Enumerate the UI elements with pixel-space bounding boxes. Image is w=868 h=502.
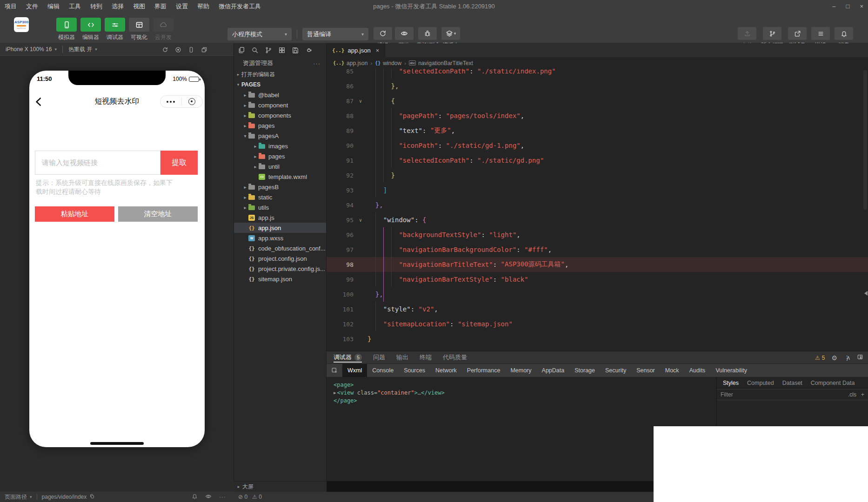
dom-node-0[interactable]: <page>: [334, 381, 716, 389]
sim-windows-button[interactable]: [201, 46, 207, 53]
styles-tab-Styles[interactable]: Styles: [719, 377, 743, 389]
copy-icon[interactable]: [89, 494, 95, 501]
tree-item-images[interactable]: ▸images: [234, 141, 326, 151]
code-line-91[interactable]: 91 "selectedIconPath": "./static/gd.png": [327, 153, 868, 168]
errors-count[interactable]: ⊘ 0: [238, 494, 247, 500]
styles-tab-Dataset[interactable]: Dataset: [778, 377, 807, 389]
styles-tab-Component-Data[interactable]: Component Data: [807, 377, 859, 389]
maximize-button[interactable]: □: [846, 3, 850, 10]
editor-scrollbar[interactable]: [863, 70, 867, 210]
devtools-tab-AppData[interactable]: AppData: [537, 364, 570, 377]
devtools-tab-Vulnerability[interactable]: Vulnerability: [710, 364, 752, 377]
code-line-95[interactable]: 95∨ "window": {: [327, 212, 868, 227]
menu-item-转到[interactable]: 转到: [86, 0, 107, 13]
cls-toggle[interactable]: .cls: [848, 391, 856, 398]
minimize-button[interactable]: –: [832, 3, 835, 10]
tree-item-components[interactable]: ▸components: [234, 110, 326, 120]
tree-item-component[interactable]: ▸component: [234, 100, 326, 110]
tree-item-utils[interactable]: ▸utils: [234, 202, 326, 212]
tree-item-project.config.json[interactable]: {}project.config.json: [234, 253, 326, 264]
warnings-badge[interactable]: ⚠ 5: [815, 355, 825, 361]
menu-item-选择[interactable]: 选择: [107, 0, 128, 13]
tree-item-template.wxml[interactable]: <>template.wxml: [234, 172, 326, 182]
explorer-save-button[interactable]: [292, 46, 299, 54]
devtools-tab-Mock[interactable]: Mock: [660, 364, 684, 377]
dom-node-2[interactable]: </page>: [334, 396, 716, 404]
explorer-pot-button[interactable]: [305, 46, 313, 54]
video-url-input[interactable]: 请输入短视频链接: [35, 151, 160, 175]
debugger-tab-输出[interactable]: 输出: [396, 351, 408, 363]
explorer-branch-button[interactable]: [265, 46, 272, 54]
code-line-102[interactable]: 102 "sitemapLocation": "sitemap.json": [327, 317, 868, 331]
tree-item-pages[interactable]: ▸pages: [234, 120, 326, 131]
tab-app-json[interactable]: {..} app.json ×: [327, 43, 385, 57]
code-line-100[interactable]: 100 },: [327, 287, 868, 302]
tree-item-pages[interactable]: ▸pages: [234, 151, 326, 161]
more-icon[interactable]: ···: [219, 494, 226, 500]
kebab-menu-icon[interactable]: ⋮: [844, 354, 850, 362]
tree-item-app.json[interactable]: {}app.json: [234, 223, 326, 233]
compile-select[interactable]: 普通编译▾: [302, 28, 368, 40]
close-minipro-button[interactable]: [182, 96, 203, 107]
tree-item-static[interactable]: ▸static: [234, 192, 326, 202]
toggle-cloud-button[interactable]: 云开发: [153, 18, 174, 41]
code-line-101[interactable]: 101 "style": "v2",: [327, 302, 868, 317]
more-icon[interactable]: ···: [313, 60, 320, 67]
extract-button[interactable]: 提取: [160, 151, 198, 175]
debugger-tab-终端[interactable]: 终端: [420, 351, 432, 363]
open-editors-section[interactable]: ▸ 打开的编辑器: [234, 69, 326, 79]
tree-item-pagesB[interactable]: ▸pagesB: [234, 182, 326, 192]
menu-item-微信开发者工具[interactable]: 微信开发者工具: [214, 0, 266, 13]
code-line-96[interactable]: 96 "backgroundTextStyle": "light",: [327, 227, 868, 242]
devtools-tab-Network[interactable]: Network: [430, 364, 462, 377]
tree-item-app.js[interactable]: JSapp.js: [234, 212, 326, 223]
toggle-code-button[interactable]: 编辑器: [80, 18, 101, 41]
close-button[interactable]: ×: [860, 3, 863, 10]
breadcrumb-item-app.json[interactable]: {..}app.json: [333, 60, 367, 66]
warnings-count[interactable]: ⚠ 0: [252, 494, 262, 500]
mode-select[interactable]: 小程序模式▾: [227, 28, 292, 40]
devtools-tab-Memory[interactable]: Memory: [505, 364, 536, 377]
toggle-layout-button[interactable]: 可视化: [129, 18, 149, 41]
tree-item-@babel[interactable]: ▸@babel: [234, 90, 326, 100]
sim-restart-button[interactable]: [162, 46, 168, 53]
debugger-tab-调试器[interactable]: 调试器5: [334, 351, 362, 363]
code-line-98[interactable]: 98 "navigationBarTitleText": "ASP300源码工具…: [327, 257, 868, 272]
page-path-label[interactable]: 页面路径: [5, 493, 27, 501]
tree-item-pagesA[interactable]: ▾pagesA: [234, 131, 326, 141]
bigscreen-section[interactable]: ▸ 大屏: [234, 481, 326, 492]
menu-item-文件[interactable]: 文件: [21, 0, 43, 13]
debugger-tab-问题[interactable]: 问题: [373, 351, 385, 363]
code-line-99[interactable]: 99 "navigationBarTextStyle": "black": [327, 272, 868, 287]
code-line-86[interactable]: 86 },: [327, 79, 868, 93]
devtools-tab-Security[interactable]: Security: [600, 364, 631, 377]
explorer-files-button[interactable]: [238, 46, 245, 54]
eye-icon[interactable]: [205, 493, 212, 501]
tree-item-until[interactable]: ▸until: [234, 161, 326, 172]
devtools-tab-Wxml[interactable]: Wxml: [342, 364, 367, 377]
devtools-tab-Audits[interactable]: Audits: [684, 364, 711, 377]
code-line-94[interactable]: 94 },: [327, 198, 868, 212]
inspect-element-icon[interactable]: [327, 366, 342, 375]
code-area[interactable]: 85 "selectedIconPath": "./static/index.p…: [327, 69, 868, 350]
notification-icon[interactable]: [192, 493, 198, 501]
sim-record-button[interactable]: [175, 46, 181, 53]
menu-item-项目[interactable]: 项目: [0, 0, 21, 13]
debugger-tab-代码质量[interactable]: 代码质量: [443, 351, 467, 363]
breadcrumb-item-window[interactable]: {}window: [375, 60, 401, 66]
code-line-89[interactable]: 89 "text": "更多",: [327, 123, 868, 138]
tree-item-sitemap.json[interactable]: {}sitemap.json: [234, 274, 326, 284]
code-line-93[interactable]: 93 ]: [327, 183, 868, 198]
toggle-phone-button[interactable]: 模拟器: [56, 18, 77, 41]
code-line-88[interactable]: 88 "pagePath": "pages/tools/index",: [327, 108, 868, 123]
code-line-97[interactable]: 97 "navigationBarBackgroundColor": "#fff…: [327, 242, 868, 257]
menu-item-编辑[interactable]: 编辑: [43, 0, 64, 13]
more-menu-button[interactable]: [160, 96, 181, 107]
dom-node-1[interactable]: ▶<view class="container">…</view>: [334, 389, 716, 396]
devtools-tab-Sources[interactable]: Sources: [399, 364, 430, 377]
add-style-button[interactable]: +: [861, 391, 864, 398]
project-root-section[interactable]: ▾ PAGES: [234, 79, 326, 90]
explorer-search-button[interactable]: [251, 46, 259, 54]
menu-item-界面[interactable]: 界面: [150, 0, 171, 13]
gear-icon[interactable]: ⚙: [831, 354, 837, 362]
